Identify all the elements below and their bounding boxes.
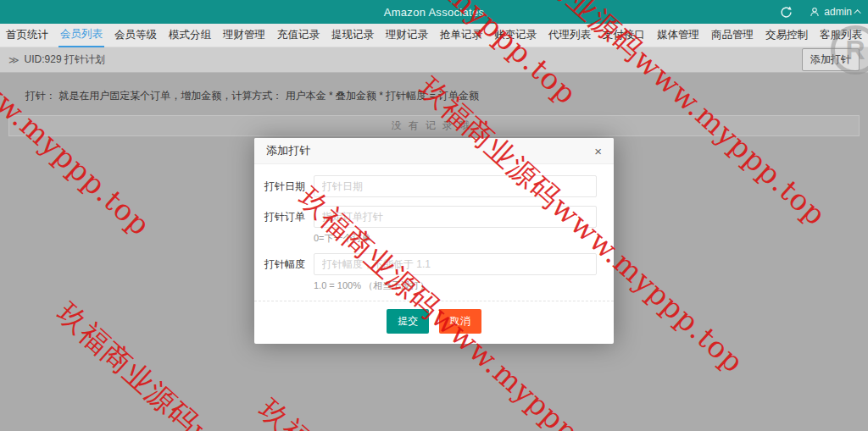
modal-body: 打针日期 打针订单 0=下一个订单 打针幅度 1.0 = 100% （相当于没打… — [254, 164, 614, 292]
top-header: Amazon Associates admin — [0, 0, 868, 24]
breadcrumb: ≫ UID:929 打针计划 — [8, 52, 105, 67]
tab-finance-manage[interactable]: 理财管理 — [217, 24, 271, 47]
tab-service-list[interactable]: 客服列表 — [814, 24, 868, 47]
add-injection-button[interactable]: 添加打针 — [802, 48, 860, 71]
breadcrumb-arrow-icon: ≫ — [8, 54, 19, 66]
modal-title: 添加打针 — [266, 143, 310, 158]
refresh-icon-glyph — [780, 6, 793, 19]
injection-amplitude-hint: 1.0 = 100% （相当于没打） — [314, 279, 597, 292]
tab-member-list[interactable]: 会员列表 — [54, 24, 108, 47]
injection-date-input[interactable] — [314, 175, 597, 197]
injection-help-text: 打针： 就是在用户固定某个订单，增加金额，计算方式： 用户本金 * 叠加金额 *… — [0, 73, 868, 103]
injection-date-label: 打针日期 — [264, 175, 314, 197]
empty-records-row: 没有记录哦 — [8, 115, 860, 136]
tab-order-grab-records[interactable]: 抢单记录 — [434, 24, 488, 47]
breadcrumb-bar: ≫ UID:929 打针计划 添加打针 — [0, 47, 868, 73]
tab-payment-interface[interactable]: 支付接口 — [597, 24, 651, 47]
injection-amplitude-input[interactable] — [314, 253, 597, 275]
chevron-up-icon — [854, 9, 860, 16]
user-name: admin — [824, 6, 852, 18]
breadcrumb-label: UID:929 打针计划 — [25, 52, 105, 67]
injection-amplitude-label: 打针幅度 — [264, 253, 314, 292]
submit-button[interactable]: 提交 — [387, 309, 429, 334]
user-icon — [810, 7, 820, 17]
tab-finance-records[interactable]: 理财记录 — [380, 24, 434, 47]
add-injection-modal: 添加打针 × 打针日期 打针订单 0=下一个订单 打针幅度 1.0 = 100%… — [254, 138, 614, 344]
close-icon[interactable]: × — [594, 145, 602, 157]
form-row-order: 打针订单 0=下一个订单 — [264, 206, 597, 245]
modal-footer: 提交 取消 — [254, 301, 614, 344]
header-actions: admin — [777, 0, 861, 24]
refresh-icon[interactable] — [777, 3, 794, 20]
tab-trade-control[interactable]: 交易控制 — [760, 24, 814, 47]
tab-agent-list[interactable]: 代理列表 — [542, 24, 597, 47]
tab-mode-group[interactable]: 模式分组 — [163, 24, 217, 47]
injection-order-hint: 0=下一个订单 — [314, 232, 597, 245]
injection-order-label: 打针订单 — [264, 206, 314, 245]
form-row-date: 打针日期 — [264, 175, 597, 197]
tab-media-manage[interactable]: 媒体管理 — [651, 24, 705, 47]
main-nav: 首页统计 会员列表 会员等级 模式分组 理财管理 充值记录 提现记录 理财记录 … — [0, 24, 868, 47]
tab-recharge-records[interactable]: 充值记录 — [271, 24, 326, 47]
user-menu[interactable]: admin — [810, 6, 861, 18]
tab-member-level[interactable]: 会员等级 — [108, 24, 163, 47]
form-row-amplitude: 打针幅度 1.0 = 100% （相当于没打） — [264, 253, 597, 292]
tab-balance-change-records[interactable]: 账变记录 — [488, 24, 542, 47]
cancel-button[interactable]: 取消 — [439, 309, 481, 334]
modal-header: 添加打针 × — [254, 138, 614, 164]
injection-order-input[interactable] — [314, 206, 597, 228]
tab-home-stats[interactable]: 首页统计 — [0, 24, 54, 47]
app-title: Amazon Associates — [384, 6, 485, 19]
tab-product-manage[interactable]: 商品管理 — [705, 24, 760, 47]
tab-withdraw-records[interactable]: 提现记录 — [326, 24, 380, 47]
